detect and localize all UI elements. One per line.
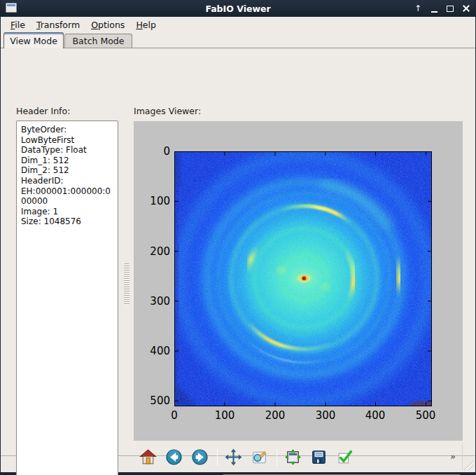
window-menu-icon[interactable] [6,3,17,13]
ytick-label: 400 [139,345,170,357]
xtick-label: 100 [208,410,241,421]
subplots-button[interactable] [283,448,302,467]
ytick-label: 100 [139,195,170,207]
up-icon[interactable]: ↑ [413,3,423,14]
toolbar-separator [276,448,277,466]
home-button[interactable] [138,448,158,467]
pan-icon [225,448,242,466]
ytick-label: 500 [139,395,170,406]
xtick-label: 200 [258,410,292,421]
maximize-icon[interactable] [445,3,455,14]
ytick-label: 200 [139,246,170,257]
xtick-label: 300 [309,410,342,421]
menu-bar: File Transform Options Help [1,17,475,32]
menu-transform[interactable]: Transform [31,18,85,32]
minimize-icon[interactable] [429,3,439,14]
back-icon [165,448,183,466]
tab-batch-mode[interactable]: Batch Mode [64,34,132,48]
diffraction-image-svg [175,152,431,406]
header-info-text[interactable]: ByteOrder: LowByteFirst DataType: Float … [16,121,118,475]
apply-button[interactable] [335,448,354,467]
tab-bar: View Mode Batch Mode [1,32,475,48]
ytick-label: 0 [139,146,170,157]
back-button[interactable] [164,448,183,467]
pan-button[interactable] [223,448,243,467]
save-icon [310,448,328,466]
pane-splitter-handle[interactable] [124,263,130,305]
forward-button[interactable] [190,448,209,467]
view-mode-panel: Header Info: ByteOrder: LowByteFirst Dat… [1,48,475,455]
toolbar-overflow-button[interactable]: » [450,451,455,462]
title-bar[interactable]: FabIO Viewer ↑ [1,0,475,17]
diffraction-image[interactable] [174,151,432,406]
tab-view-mode[interactable]: View Mode [4,32,64,48]
menu-help[interactable]: Help [130,18,162,32]
apply-check-icon [336,448,354,466]
close-icon[interactable] [461,3,471,14]
save-button[interactable] [309,448,328,467]
subplots-icon [284,448,302,466]
xtick-label: 500 [409,410,442,421]
xtick-label: 400 [358,410,392,421]
figure-canvas: 0 100 200 300 400 500 0 100 200 300 400 … [134,121,463,441]
menu-options[interactable]: Options [85,18,130,32]
zoom-rect-button[interactable] [249,448,269,467]
toolbar-separator [217,448,218,466]
header-info-label: Header Info: [16,106,70,116]
resize-grip[interactable] [462,459,473,470]
figure-toolbar: » [134,444,463,470]
images-viewer-label: Images Viewer: [134,106,201,116]
app-window: FabIO Viewer ↑ File Transform Options He… [0,0,476,475]
window-title: FabIO Viewer [1,4,475,14]
zoom-icon [251,448,268,466]
menu-file[interactable]: File [5,18,31,32]
ytick-label: 300 [139,296,170,307]
forward-icon [191,448,209,466]
home-icon [139,448,157,466]
xtick-label: 0 [158,410,191,421]
